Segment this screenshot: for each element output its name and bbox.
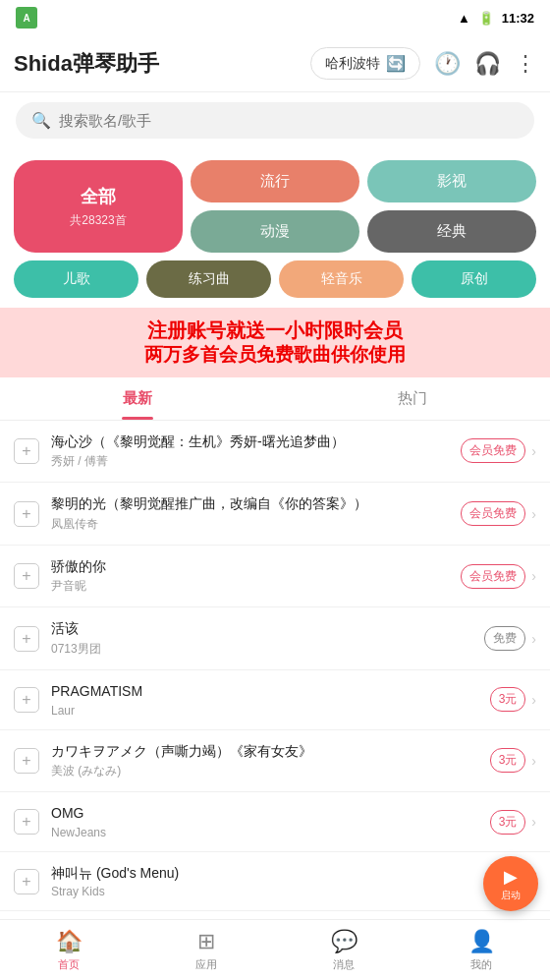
category-children-button[interactable]: 儿歌 <box>14 260 138 298</box>
song-add-icon[interactable]: + <box>14 438 39 464</box>
song-info: 神叫뉴 (God's Menu) Stray Kids <box>51 864 478 899</box>
nav-item-消息[interactable]: 💬 消息 <box>275 920 412 980</box>
song-title: 活该 <box>51 619 472 639</box>
nav-item-我的[interactable]: 👤 我的 <box>412 920 550 980</box>
song-add-icon[interactable]: + <box>14 869 39 894</box>
category-light-button[interactable]: 轻音乐 <box>279 260 404 298</box>
nav-label: 首页 <box>58 957 80 972</box>
song-badge: 会员免费 <box>461 564 525 589</box>
nav-label: 消息 <box>333 957 355 972</box>
tab-latest[interactable]: 最新 <box>0 377 275 420</box>
song-info: 黎明的光（黎明觉醒推广曲，改编自《你的答案》） 凤凰传奇 <box>51 494 449 533</box>
selector-label: 哈利波特 <box>325 55 380 73</box>
song-item[interactable]: + カワキヲアメク（声嘶力竭）《家有女友》 美波 (みなみ) 3元 › <box>0 730 550 793</box>
category-children-label: 儿歌 <box>63 270 90 288</box>
category-all-subtitle: 共28323首 <box>70 212 126 229</box>
song-item[interactable]: + 海心沙（《黎明觉醒：生机》秀妍-曙光追梦曲） 秀妍 / 傅菁 会员免费 › <box>0 421 550 484</box>
song-item[interactable]: + PRAGMATISM Laur 3元 › <box>0 670 550 730</box>
search-bar: 🔍 <box>0 92 550 148</box>
song-right: 会员免费 › <box>461 501 536 526</box>
song-artist: 凤凰传奇 <box>51 516 449 533</box>
song-add-icon[interactable]: + <box>14 748 39 774</box>
search-input[interactable] <box>59 112 519 129</box>
nav-icon: 💬 <box>331 929 358 954</box>
song-badge: 免费 <box>484 626 525 651</box>
category-film-button[interactable]: 影视 <box>367 160 536 202</box>
category-original-label: 原创 <box>461 270 488 288</box>
category-anime-button[interactable]: 动漫 <box>191 210 359 253</box>
menu-button[interactable]: ⋮ <box>515 51 536 77</box>
history-button[interactable]: 🕐 <box>434 51 461 77</box>
banner-text-line1: 注册账号就送一小时限时会员 <box>16 317 534 343</box>
tabs-bar: 最新 热门 <box>0 377 550 421</box>
refresh-icon: 🔄 <box>386 54 406 73</box>
song-add-icon[interactable]: + <box>14 501 39 527</box>
category-row2: 儿歌 练习曲 轻音乐 原创 <box>14 260 536 298</box>
song-right: 3元 › <box>490 810 536 835</box>
category-grid: 全部 共28323首 流行 影视 动漫 经典 <box>14 160 536 253</box>
category-popular-label: 流行 <box>260 172 290 191</box>
nav-label: 我的 <box>470 957 492 972</box>
song-title: 海心沙（《黎明觉醒：生机》秀妍-曙光追梦曲） <box>51 432 449 452</box>
nav-item-应用[interactable]: ⊞ 应用 <box>138 920 275 980</box>
chevron-right-icon: › <box>531 568 536 584</box>
fab-play-button[interactable]: ▶ 启动 <box>483 856 538 911</box>
chevron-right-icon: › <box>531 814 536 830</box>
time-display: 11:32 <box>502 11 534 26</box>
song-item[interactable]: + OMG NewJeans 3元 › <box>0 792 550 852</box>
song-artist: 尹音昵 <box>51 578 449 595</box>
song-info: PRAGMATISM Laur <box>51 682 478 718</box>
song-artist: 美波 (みなみ) <box>51 763 478 779</box>
chevron-right-icon: › <box>531 753 536 769</box>
song-badge: 会员免费 <box>461 438 525 463</box>
app-title: Shida弹琴助手 <box>14 49 159 79</box>
song-add-icon[interactable]: + <box>14 626 39 652</box>
song-selector-button[interactable]: 哈利波特 🔄 <box>310 47 420 80</box>
search-icon: 🔍 <box>31 111 51 130</box>
category-popular-button[interactable]: 流行 <box>191 160 359 202</box>
song-item[interactable]: + 活该 0713男团 免费 › <box>0 607 550 670</box>
chevron-right-icon: › <box>531 506 536 522</box>
category-all-button[interactable]: 全部 共28323首 <box>14 160 183 253</box>
status-right: ▲ 🔋 11:32 <box>458 11 534 26</box>
song-title: PRAGMATISM <box>51 682 478 702</box>
banner-text-line2: 两万多首会员免费歌曲供你使用 <box>16 343 534 368</box>
song-info: 活该 0713男团 <box>51 619 472 658</box>
song-add-icon[interactable]: + <box>14 809 39 835</box>
song-add-icon[interactable]: + <box>14 563 39 589</box>
song-item[interactable]: + 神叫뉴 (God's Menu) Stray Kids 3元 › <box>0 852 550 912</box>
category-classic-button[interactable]: 经典 <box>367 210 536 253</box>
song-title: 黎明的光（黎明觉醒推广曲，改编自《你的答案》） <box>51 494 449 514</box>
android-icon: A <box>16 7 37 29</box>
category-practice-button[interactable]: 练习曲 <box>146 260 271 298</box>
category-original-button[interactable]: 原创 <box>412 260 536 298</box>
headphone-button[interactable]: 🎧 <box>474 51 501 77</box>
song-info: カワキヲアメク（声嘶力竭）《家有女友》 美波 (みなみ) <box>51 742 478 780</box>
tab-popular[interactable]: 热门 <box>275 377 550 420</box>
nav-item-首页[interactable]: 🏠 首页 <box>0 920 138 980</box>
song-badge: 3元 <box>490 810 526 835</box>
bottom-nav: 🏠 首页 ⊞ 应用 💬 消息 👤 我的 <box>0 919 550 980</box>
category-anime-label: 动漫 <box>260 222 290 241</box>
category-practice-label: 练习曲 <box>189 270 230 288</box>
category-classic-label: 经典 <box>437 222 467 241</box>
nav-label: 应用 <box>195 957 217 972</box>
song-right: 会员免费 › <box>461 564 536 589</box>
category-light-label: 轻音乐 <box>321 270 362 288</box>
song-right: 3元 › <box>490 748 536 773</box>
promo-banner[interactable]: 注册账号就送一小时限时会员 两万多首会员免费歌曲供你使用 <box>0 308 550 377</box>
status-left: A <box>16 7 37 29</box>
song-add-icon[interactable]: + <box>14 687 39 713</box>
fab-play-icon: ▶ <box>504 866 518 888</box>
song-artist: NewJeans <box>51 826 478 839</box>
song-info: 海心沙（《黎明觉醒：生机》秀妍-曙光追梦曲） 秀妍 / 傅菁 <box>51 432 449 471</box>
category-section: 全部 共28323首 流行 影视 动漫 经典 儿歌 练习曲 轻音乐 原创 <box>0 148 550 308</box>
song-item[interactable]: + 黎明的光（黎明觉醒推广曲，改编自《你的答案》） 凤凰传奇 会员免费 › <box>0 483 550 546</box>
chevron-right-icon: › <box>531 631 536 647</box>
nav-icon: ⊞ <box>197 929 215 954</box>
battery-icon: 🔋 <box>478 11 494 26</box>
song-info: 骄傲的你 尹音昵 <box>51 557 449 596</box>
nav-icon: 👤 <box>468 929 495 954</box>
nav-icon: 🏠 <box>56 929 82 954</box>
song-item[interactable]: + 骄傲的你 尹音昵 会员免费 › <box>0 546 550 608</box>
